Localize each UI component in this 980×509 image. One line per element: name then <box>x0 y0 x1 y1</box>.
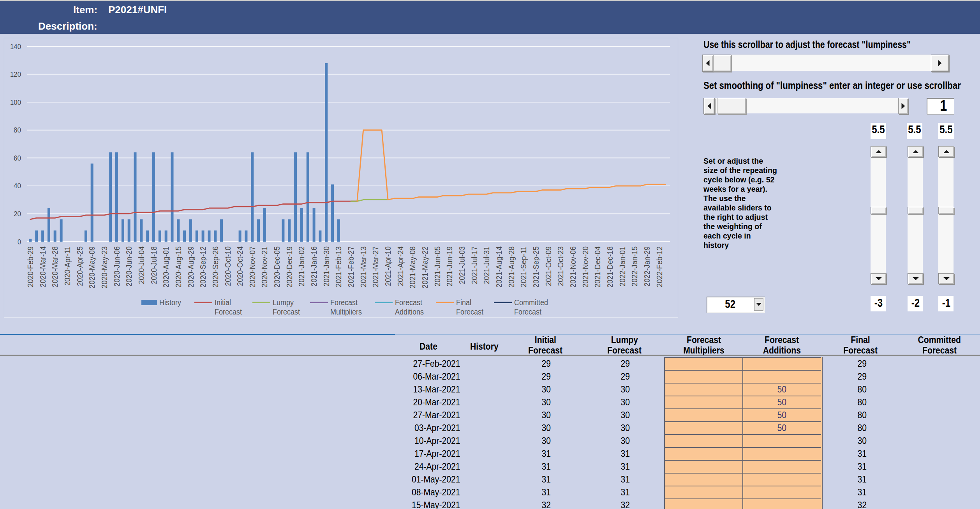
svg-text:2021-Jul-17: 2021-Jul-17 <box>470 246 479 284</box>
svg-text:2021-May-22: 2021-May-22 <box>421 246 429 288</box>
svg-text:2020-Mar-28: 2020-Mar-28 <box>51 246 59 287</box>
svg-text:2020-Nov-21: 2020-Nov-21 <box>260 246 269 288</box>
svg-text:History: History <box>159 298 181 307</box>
svg-text:80: 80 <box>14 126 21 134</box>
svg-text:Forecast: Forecast <box>215 308 242 316</box>
svg-text:140: 140 <box>10 42 21 51</box>
svg-text:2021-Aug-14: 2021-Aug-14 <box>495 246 503 288</box>
svg-text:2021-Oct-23: 2021-Oct-23 <box>556 246 565 286</box>
svg-text:2020-Jun-20: 2020-Jun-20 <box>125 246 133 286</box>
svg-text:2021-Jun-19: 2021-Jun-19 <box>445 246 454 286</box>
svg-text:2020-Jun-06: 2020-Jun-06 <box>113 246 121 286</box>
svg-text:2021-Nov-06: 2021-Nov-06 <box>569 246 577 288</box>
svg-text:2021-May-08: 2021-May-08 <box>408 246 417 288</box>
svg-text:2022-Jan-15: 2022-Jan-15 <box>630 246 639 286</box>
svg-text:2021-Jan-02: 2021-Jan-02 <box>297 246 306 286</box>
svg-text:40: 40 <box>14 182 21 190</box>
svg-text:2022-Jan-01: 2022-Jan-01 <box>618 246 627 286</box>
svg-text:Committed: Committed <box>514 298 548 307</box>
svg-text:2021-Jul-03: 2021-Jul-03 <box>458 246 466 284</box>
svg-text:Forecast: Forecast <box>514 308 541 316</box>
svg-text:2021-Nov-20: 2021-Nov-20 <box>581 246 590 288</box>
svg-text:Additions: Additions <box>395 308 424 316</box>
svg-text:Forecast: Forecast <box>330 298 358 307</box>
svg-text:2020-Oct-10: 2020-Oct-10 <box>224 246 232 286</box>
svg-text:Initial: Initial <box>215 298 231 307</box>
svg-text:2021-Dec-04: 2021-Dec-04 <box>593 246 602 288</box>
svg-text:2020-Apr-25: 2020-Apr-25 <box>76 246 84 286</box>
svg-text:60: 60 <box>14 154 21 162</box>
svg-text:20: 20 <box>14 210 21 218</box>
svg-text:2021-Apr-24: 2021-Apr-24 <box>396 246 405 286</box>
svg-text:2021-Jul-31: 2021-Jul-31 <box>482 246 491 284</box>
svg-text:2020-Dec-19: 2020-Dec-19 <box>285 246 294 288</box>
svg-text:2021-Sep-25: 2021-Sep-25 <box>532 246 540 288</box>
svg-text:Forecast: Forecast <box>395 298 422 307</box>
svg-text:2021-Mar-27: 2021-Mar-27 <box>371 246 380 287</box>
svg-text:0: 0 <box>18 238 21 246</box>
svg-text:2021-Sep-11: 2021-Sep-11 <box>519 246 528 287</box>
svg-text:Final: Final <box>456 298 471 307</box>
svg-text:2021-Mar-13: 2021-Mar-13 <box>359 246 368 287</box>
svg-text:2020-Dec-05: 2020-Dec-05 <box>273 246 281 288</box>
svg-text:2020-Apr-11: 2020-Apr-11 <box>63 246 72 286</box>
svg-text:2020-Sep-12: 2020-Sep-12 <box>199 246 207 288</box>
svg-text:2021-Feb-13: 2021-Feb-13 <box>334 246 343 287</box>
svg-text:2020-Nov-07: 2020-Nov-07 <box>248 246 257 288</box>
svg-text:2021-Dec-18: 2021-Dec-18 <box>606 246 614 288</box>
svg-text:2020-Feb-29: 2020-Feb-29 <box>26 246 35 287</box>
svg-text:2020-Sep-26: 2020-Sep-26 <box>211 246 220 288</box>
svg-text:2020-Jul-04: 2020-Jul-04 <box>137 246 146 284</box>
svg-text:2021-Oct-09: 2021-Oct-09 <box>544 246 553 286</box>
svg-text:2021-Feb-27: 2021-Feb-27 <box>347 246 355 287</box>
svg-text:2020-May-09: 2020-May-09 <box>88 246 96 288</box>
svg-text:2021-Jan-30: 2021-Jan-30 <box>322 246 331 286</box>
svg-text:2020-Oct-24: 2020-Oct-24 <box>236 246 244 286</box>
svg-text:Multipliers: Multipliers <box>330 308 362 316</box>
svg-text:120: 120 <box>10 70 21 78</box>
svg-text:2021-Aug-28: 2021-Aug-28 <box>507 246 516 288</box>
svg-text:Forecast: Forecast <box>456 308 483 316</box>
svg-text:2021-Jun-05: 2021-Jun-05 <box>433 246 442 286</box>
svg-text:2020-Aug-29: 2020-Aug-29 <box>187 246 195 288</box>
svg-text:2022-Jan-29: 2022-Jan-29 <box>643 246 651 286</box>
svg-text:2021-Jan-16: 2021-Jan-16 <box>310 246 318 286</box>
svg-text:2020-Aug-15: 2020-Aug-15 <box>174 246 183 288</box>
svg-text:Lumpy: Lumpy <box>273 298 294 307</box>
svg-text:2020-Jul-18: 2020-Jul-18 <box>150 246 158 284</box>
svg-text:2020-Aug-01: 2020-Aug-01 <box>162 246 170 288</box>
svg-text:100: 100 <box>10 98 21 106</box>
svg-text:Forecast: Forecast <box>273 308 300 316</box>
svg-text:2022-Feb-12: 2022-Feb-12 <box>655 246 664 287</box>
svg-text:2020-Mar-14: 2020-Mar-14 <box>39 246 47 287</box>
svg-text:2021-Apr-10: 2021-Apr-10 <box>384 246 392 286</box>
svg-text:2020-May-23: 2020-May-23 <box>100 246 109 288</box>
